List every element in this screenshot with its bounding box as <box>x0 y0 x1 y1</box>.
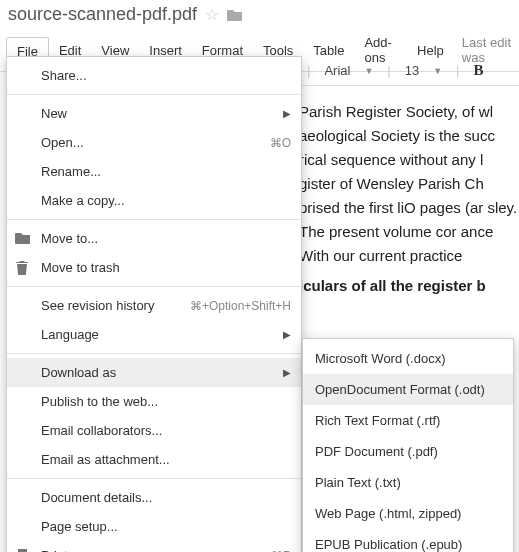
submenu-item-label: PDF Document (.pdf) <box>315 444 438 459</box>
shortcut-label: ⌘P <box>271 549 291 553</box>
menu-item-label: Email collaborators... <box>41 423 162 438</box>
menu-item-open[interactable]: Open... ⌘O <box>7 128 301 157</box>
submenu-item-label: OpenDocument Format (.odt) <box>315 382 485 397</box>
submenu-item-label: EPUB Publication (.epub) <box>315 537 462 552</box>
menu-item-page-setup[interactable]: Page setup... <box>7 512 301 541</box>
font-dropdown[interactable]: Arial <box>324 63 350 78</box>
menu-item-language[interactable]: Language ▶ <box>7 320 301 349</box>
folder-icon <box>15 232 33 245</box>
submenu-item-docx[interactable]: Microsoft Word (.docx) <box>303 343 513 374</box>
download-as-submenu: Microsoft Word (.docx) OpenDocument Form… <box>302 338 514 552</box>
folder-icon[interactable] <box>227 8 243 22</box>
menu-item-label: Page setup... <box>41 519 118 534</box>
submenu-item-txt[interactable]: Plain Text (.txt) <box>303 467 513 498</box>
shortcut-label: ⌘+Option+Shift+H <box>190 299 291 313</box>
menu-item-print[interactable]: Print ⌘P <box>7 541 301 552</box>
submenu-arrow-icon: ▶ <box>283 329 291 340</box>
submenu-arrow-icon: ▶ <box>283 108 291 119</box>
document-title[interactable]: source-scanned-pdf.pdf <box>8 4 197 25</box>
menu-item-label: New <box>41 106 67 121</box>
menu-item-label: Email as attachment... <box>41 452 170 467</box>
chevron-down-icon[interactable]: ▼ <box>433 66 442 76</box>
menu-item-email-attachment[interactable]: Email as attachment... <box>7 445 301 474</box>
document-paragraph: Parish Register Society, of wl aeologica… <box>299 100 519 268</box>
menu-separator <box>7 286 301 287</box>
shortcut-label: ⌘O <box>270 136 291 150</box>
menu-item-email-collaborators[interactable]: Email collaborators... <box>7 416 301 445</box>
document-body[interactable]: Parish Register Society, of wl aeologica… <box>289 90 519 308</box>
submenu-item-rtf[interactable]: Rich Text Format (.rtf) <box>303 405 513 436</box>
menu-item-label: Open... <box>41 135 84 150</box>
chevron-down-icon[interactable]: ▼ <box>364 66 373 76</box>
menu-item-share[interactable]: Share... <box>7 61 301 90</box>
menu-item-download-as[interactable]: Download as ▶ <box>7 358 301 387</box>
menu-item-label: Make a copy... <box>41 193 125 208</box>
menu-item-label: Share... <box>41 68 87 83</box>
menu-item-label: Download as <box>41 365 116 380</box>
menu-separator <box>7 353 301 354</box>
menu-item-label: Print <box>41 548 68 552</box>
submenu-arrow-icon: ▶ <box>283 367 291 378</box>
font-size-dropdown[interactable]: 13 <box>405 63 419 78</box>
submenu-item-odt[interactable]: OpenDocument Format (.odt) <box>303 374 513 405</box>
title-bar: source-scanned-pdf.pdf ☆ <box>0 0 519 29</box>
menu-item-label: Publish to the web... <box>41 394 158 409</box>
menu-separator <box>7 94 301 95</box>
menu-item-label: See revision history <box>41 298 154 313</box>
menu-item-move-to[interactable]: Move to... <box>7 224 301 253</box>
menu-item-make-copy[interactable]: Make a copy... <box>7 186 301 215</box>
toolbar-separator: | <box>387 63 390 78</box>
submenu-item-pdf[interactable]: PDF Document (.pdf) <box>303 436 513 467</box>
submenu-item-label: Rich Text Format (.rtf) <box>315 413 440 428</box>
toolbar-separator: | <box>307 63 310 78</box>
menu-item-label: Document details... <box>41 490 152 505</box>
submenu-item-label: Web Page (.html, zipped) <box>315 506 461 521</box>
menu-item-move-to-trash[interactable]: Move to trash <box>7 253 301 282</box>
submenu-item-html[interactable]: Web Page (.html, zipped) <box>303 498 513 529</box>
submenu-item-label: Microsoft Word (.docx) <box>315 351 446 366</box>
menu-item-rename[interactable]: Rename... <box>7 157 301 186</box>
submenu-item-label: Plain Text (.txt) <box>315 475 401 490</box>
menu-item-new[interactable]: New ▶ <box>7 99 301 128</box>
menu-item-label: Language <box>41 327 99 342</box>
toolbar: | Arial ▼ | 13 ▼ | B <box>299 56 519 86</box>
menu-item-label: Move to... <box>41 231 98 246</box>
menu-item-document-details[interactable]: Document details... <box>7 483 301 512</box>
menu-item-publish[interactable]: Publish to the web... <box>7 387 301 416</box>
menu-item-label: Move to trash <box>41 260 120 275</box>
menu-separator <box>7 219 301 220</box>
star-icon[interactable]: ☆ <box>205 5 219 24</box>
bold-button[interactable]: B <box>474 62 484 79</box>
document-paragraph-bold: iculars of all the register b <box>299 274 519 298</box>
menu-item-revision-history[interactable]: See revision history ⌘+Option+Shift+H <box>7 291 301 320</box>
trash-icon <box>15 260 33 275</box>
file-menu-dropdown: Share... New ▶ Open... ⌘O Rename... Make… <box>6 56 302 552</box>
menu-item-label: Rename... <box>41 164 101 179</box>
menu-separator <box>7 478 301 479</box>
print-icon <box>15 549 33 553</box>
toolbar-separator: | <box>456 63 459 78</box>
submenu-item-epub[interactable]: EPUB Publication (.epub) <box>303 529 513 552</box>
